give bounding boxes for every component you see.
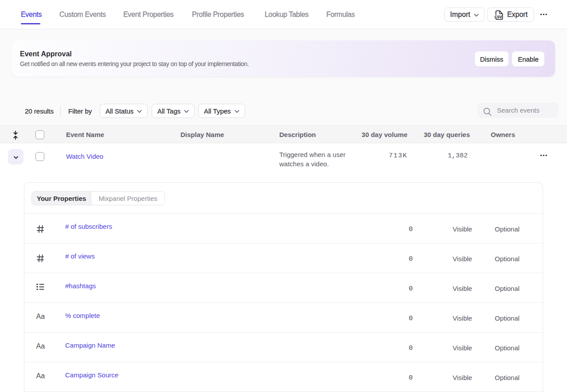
svg-text:csv: csv <box>494 14 502 20</box>
